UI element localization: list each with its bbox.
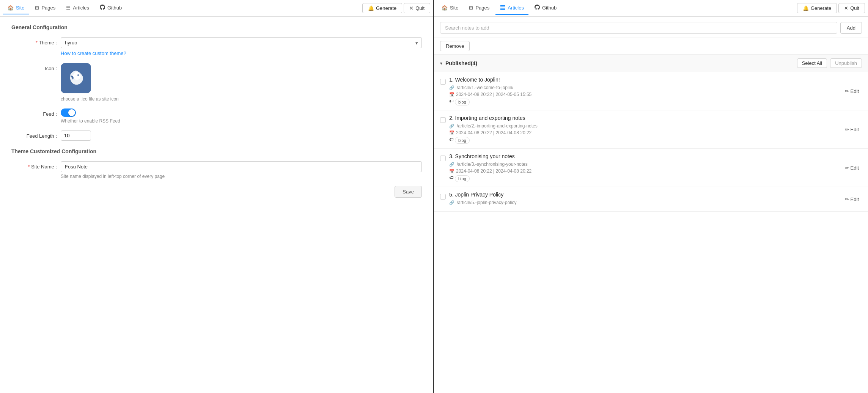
save-row: Save xyxy=(11,186,422,198)
theme-field-row: * Theme : hyruo How to create custom the… xyxy=(11,37,422,56)
edit-button[interactable]: ✏ Edit xyxy=(842,163,862,172)
unpublish-button[interactable]: Unpublish xyxy=(830,58,862,68)
svg-point-1 xyxy=(77,74,79,76)
remove-row: Remove xyxy=(434,38,868,55)
article-checkbox[interactable] xyxy=(440,117,446,123)
svg-rect-4 xyxy=(500,8,505,9)
theme-select[interactable]: hyruo xyxy=(61,37,422,48)
pages-icon: ⊞ xyxy=(35,5,39,11)
chevron-down-icon[interactable]: ▾ xyxy=(440,61,442,66)
edit-label: Edit xyxy=(851,196,859,202)
icon-label: Icon : xyxy=(11,63,57,71)
left-generate-button[interactable]: 🔔 Generate xyxy=(362,3,402,13)
site-name-input[interactable] xyxy=(61,161,422,172)
right-nav-github[interactable]: Github xyxy=(530,2,561,15)
right-panel: 🏠 Site ⊞ Pages Articles Github 🔔 Generat… xyxy=(434,0,868,393)
left-nav-pages-label: Pages xyxy=(41,5,55,11)
left-nav-github-label: Github xyxy=(107,5,122,11)
theme-required-star: * xyxy=(36,40,38,46)
article-title: 5. Joplin Privacy Policy xyxy=(449,192,862,198)
select-all-button[interactable]: Select All xyxy=(797,58,827,68)
edit-button[interactable]: ✏ Edit xyxy=(842,87,862,96)
edit-label: Edit xyxy=(851,165,859,171)
articles-icon: ☰ xyxy=(66,5,71,11)
right-nav-github-label: Github xyxy=(542,5,557,11)
feed-toggle-wrapper xyxy=(61,108,422,117)
right-nav-bar: 🏠 Site ⊞ Pages Articles Github 🔔 Generat… xyxy=(434,0,868,17)
article-checkbox[interactable] xyxy=(440,156,446,161)
search-input[interactable] xyxy=(440,22,837,34)
article-url: 🔗 /article/5.-joplin-privacy-policy xyxy=(449,200,862,205)
left-nav-site-label: Site xyxy=(16,5,24,11)
right-nav-site-label: Site xyxy=(450,5,458,11)
create-custom-theme-link[interactable]: How to create custom theme? xyxy=(61,50,126,56)
edit-label: Edit xyxy=(851,88,859,94)
article-url: 🔗 /article/2.-importing-and-exporting-no… xyxy=(449,123,862,129)
feed-field-value: Whether to enable RSS Feed xyxy=(61,108,422,124)
svg-rect-2 xyxy=(500,5,505,6)
theme-label: * Theme : xyxy=(11,37,57,46)
edit-label: Edit xyxy=(851,127,859,132)
remove-button[interactable]: Remove xyxy=(440,41,470,51)
right-nav-pages[interactable]: ⊞ Pages xyxy=(464,2,494,14)
feed-hint: Whether to enable RSS Feed xyxy=(61,118,422,124)
right-articles-icon xyxy=(500,5,505,11)
link-icon: 🔗 xyxy=(449,200,454,205)
tag-icon: 🏷 xyxy=(449,137,453,144)
feed-length-input[interactable] xyxy=(61,130,91,141)
home-icon: 🏠 xyxy=(8,5,14,11)
site-name-field-row: * Site Name : Site name displayed in lef… xyxy=(11,161,422,179)
article-date: 📅 2024-04-08 20:22 | 2024-04-08 20:22 xyxy=(449,130,862,135)
theme-select-wrapper: hyruo xyxy=(61,37,422,48)
feed-length-field-row: Feed Length : xyxy=(11,130,422,141)
tag-icon: 🏷 xyxy=(449,175,453,182)
list-item: 1. Welcome to Joplin!🔗 /article/1.-welco… xyxy=(434,72,868,110)
right-quit-button[interactable]: ✕ Quit xyxy=(838,3,865,13)
feed-toggle[interactable] xyxy=(61,108,76,117)
search-row: Add xyxy=(434,17,868,38)
feed-length-field-value xyxy=(61,130,422,141)
left-nav-pages[interactable]: ⊞ Pages xyxy=(30,2,60,14)
site-name-label: * Site Name : xyxy=(11,161,57,170)
toggle-knob xyxy=(68,109,75,116)
right-nav-pages-label: Pages xyxy=(475,5,489,11)
published-header: ▾ Published(4) Select All Unpublish xyxy=(434,55,868,72)
right-pages-icon: ⊞ xyxy=(469,5,473,11)
link-icon: 🔗 xyxy=(449,124,454,129)
list-item: 2. Importing and exporting notes🔗 /artic… xyxy=(434,110,868,149)
right-home-icon: 🏠 xyxy=(442,5,448,11)
right-generate-button[interactable]: 🔔 Generate xyxy=(797,3,837,13)
left-nav-articles[interactable]: ☰ Articles xyxy=(61,2,94,14)
article-url: 🔗 /article/3.-synchronising-your-notes xyxy=(449,162,862,167)
icon-field-row: Icon : choose a .ico file as site icon xyxy=(11,63,422,102)
feed-label: Feed : xyxy=(11,108,57,117)
site-name-required-star: * xyxy=(28,164,30,170)
save-button[interactable]: Save xyxy=(395,186,422,198)
edit-icon: ✏ xyxy=(845,196,849,202)
tag-icon: 🏷 xyxy=(449,99,453,105)
article-date: 📅 2024-04-08 20:22 | 2024-04-08 20:22 xyxy=(449,168,862,174)
left-nav-github[interactable]: Github xyxy=(95,2,126,15)
svg-rect-5 xyxy=(500,9,505,10)
article-checkbox[interactable] xyxy=(440,194,446,200)
right-github-icon xyxy=(535,5,540,11)
article-checkbox[interactable] xyxy=(440,79,446,85)
site-icon-preview[interactable] xyxy=(61,63,91,93)
generate-icon: 🔔 xyxy=(368,5,374,11)
add-button[interactable]: Add xyxy=(840,22,862,34)
tag-badge: blog xyxy=(455,175,470,182)
edit-icon: ✏ xyxy=(845,88,849,94)
site-name-hint: Site name displayed in left-top corner o… xyxy=(61,174,422,179)
edit-button[interactable]: ✏ Edit xyxy=(842,195,862,204)
calendar-icon: 📅 xyxy=(449,130,454,135)
article-list: 1. Welcome to Joplin!🔗 /article/1.-welco… xyxy=(434,72,868,393)
quit-x-icon: ✕ xyxy=(409,5,414,11)
edit-button[interactable]: ✏ Edit xyxy=(842,125,862,134)
right-nav-articles-label: Articles xyxy=(508,5,524,11)
left-quit-button[interactable]: ✕ Quit xyxy=(404,3,430,13)
left-nav-articles-label: Articles xyxy=(73,5,89,11)
right-nav-articles[interactable]: Articles xyxy=(495,2,528,15)
link-icon: 🔗 xyxy=(449,162,454,167)
right-nav-site[interactable]: 🏠 Site xyxy=(437,2,463,14)
left-nav-site[interactable]: 🏠 Site xyxy=(3,2,29,14)
